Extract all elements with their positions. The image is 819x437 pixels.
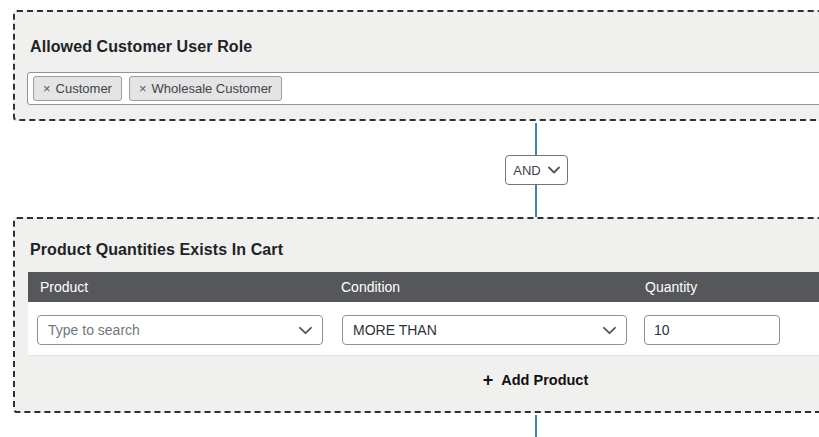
- user-role-multiselect[interactable]: × Customer × Wholesale Customer: [27, 72, 819, 105]
- column-header-quantity: Quantity: [638, 279, 819, 295]
- rule-title-user-role: Allowed Customer User Role: [30, 38, 252, 56]
- tag-customer: × Customer: [33, 76, 122, 101]
- add-product-button[interactable]: + Add Product: [475, 367, 597, 393]
- tag-label: Wholesale Customer: [152, 81, 273, 96]
- conditions-builder: Allowed Customer User Role × Customer × …: [0, 0, 819, 437]
- remove-tag-icon[interactable]: ×: [139, 81, 147, 96]
- chevron-down-icon: [299, 326, 312, 335]
- product-quantities-table: Product Condition Quantity Type to searc…: [28, 272, 819, 411]
- column-header-condition: Condition: [334, 279, 638, 295]
- condition-select[interactable]: MORE THAN: [342, 315, 627, 345]
- remove-tag-icon[interactable]: ×: [43, 81, 51, 96]
- table-footer-row: + Add Product: [28, 355, 819, 411]
- chevron-down-icon: [603, 326, 616, 335]
- product-select[interactable]: Type to search: [37, 315, 323, 345]
- table-header-row: Product Condition Quantity: [28, 272, 819, 302]
- plus-icon: +: [483, 371, 494, 389]
- cell-product: Type to search: [28, 315, 334, 345]
- operator-dropdown[interactable]: AND: [505, 155, 568, 185]
- operator-value: AND: [513, 163, 540, 178]
- connector-line-bottom: [535, 185, 537, 217]
- tag-label: Customer: [56, 81, 112, 96]
- cell-condition: MORE THAN: [334, 315, 638, 345]
- rule-box-product-quantities: Product Quantities Exists In Cart Produc…: [13, 217, 819, 413]
- cell-quantity: [638, 315, 819, 345]
- table-row: Type to search MORE THAN: [28, 302, 819, 355]
- condition-select-value: MORE THAN: [353, 322, 437, 338]
- chevron-down-icon: [548, 166, 560, 174]
- column-header-product: Product: [28, 279, 334, 295]
- connector-line-next: [535, 415, 537, 437]
- rule-box-user-role: Allowed Customer User Role × Customer × …: [13, 10, 819, 121]
- add-product-label: Add Product: [501, 372, 588, 388]
- tag-wholesale-customer: × Wholesale Customer: [129, 76, 282, 101]
- rule-title-product-quantities: Product Quantities Exists In Cart: [30, 241, 283, 259]
- quantity-input[interactable]: [644, 315, 780, 345]
- product-select-placeholder: Type to search: [48, 322, 140, 338]
- connector-line-top: [535, 123, 537, 155]
